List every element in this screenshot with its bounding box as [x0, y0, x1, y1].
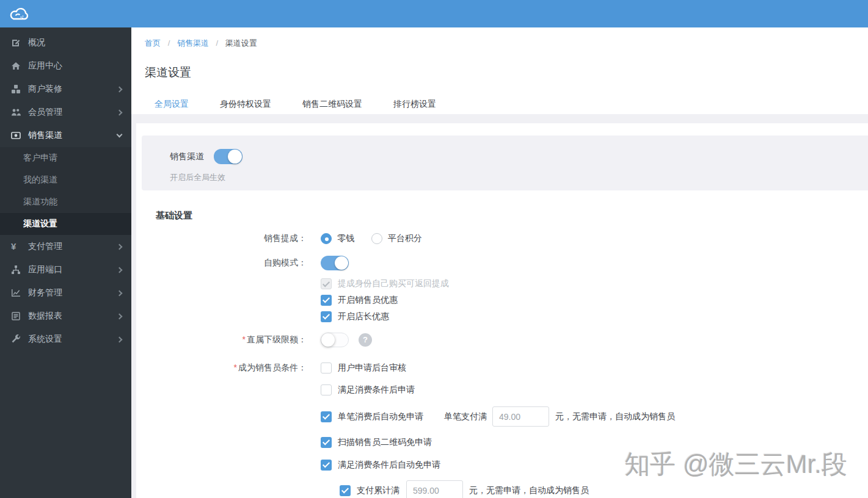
- users-icon: [11, 107, 23, 117]
- sidebar-item-app-center[interactable]: 应用中心: [0, 54, 131, 78]
- condition-row-cumulative-pay: 支付累计满 元，无需申请，自动成为销售员: [340, 480, 675, 498]
- breadcrumb-current: 渠道设置: [225, 38, 257, 48]
- sidebar-item-app-port[interactable]: 应用端口: [0, 258, 131, 281]
- commission-row: 销售提成： 零钱 平台积分: [136, 231, 868, 246]
- breadcrumb-section-link[interactable]: 销售渠道: [177, 38, 209, 48]
- sidebar-item-label: 数据报表: [28, 311, 117, 322]
- channel-toggle-panel: 销售渠道 开启后全局生效: [142, 135, 868, 190]
- chevron-right-icon: [117, 109, 123, 115]
- single-pay-label: 单笔消费后自动免申请: [338, 411, 423, 422]
- cumulative-pay-amount-input[interactable]: [406, 480, 463, 498]
- return-commission-label: 提成身份自己购买可返回提成: [338, 278, 449, 289]
- sidebar-item-label: 销售渠道: [28, 130, 117, 141]
- single-pay-suffix: 元，无需申请，自动成为销售员: [555, 411, 675, 422]
- sidebar-item-system-settings[interactable]: 系统设置: [0, 328, 131, 351]
- apply-review-checkbox[interactable]: [321, 363, 332, 374]
- commission-cash-radio[interactable]: [321, 233, 332, 244]
- settings-card: 销售渠道 开启后全局生效 基础设置 销售提成： 零钱 平台积分 自购模式：: [136, 123, 868, 498]
- breadcrumb-home-link[interactable]: 首页: [145, 38, 161, 48]
- basic-settings-title: 基础设置: [156, 210, 868, 222]
- commission-points-label: 平台积分: [388, 233, 422, 244]
- breadcrumb-separator: /: [168, 38, 170, 48]
- condition-row-scan-qrcode: 扫描销售员二维码免申请: [321, 434, 675, 450]
- content-divider-band: [131, 114, 868, 123]
- edit-icon: [11, 38, 23, 48]
- sidebar-subitem-channel-function[interactable]: 渠道功能: [0, 191, 131, 213]
- sidebar-item-label: 概况: [28, 37, 122, 48]
- cumulative-pay-checkbox[interactable]: [340, 485, 351, 496]
- condition-row-auto-free: 满足消费条件后自动免申请: [321, 457, 675, 473]
- single-pay-amount-input[interactable]: [492, 406, 549, 427]
- sidebar-subitem-channel-settings[interactable]: 渠道设置: [0, 213, 131, 235]
- sidebar-item-label: 会员管理: [28, 107, 117, 118]
- subordinate-limit-toggle[interactable]: [321, 333, 349, 347]
- sidebar-item-label: 商户装修: [28, 84, 117, 95]
- chevron-right-icon: [117, 267, 123, 273]
- manager-discount-checkbox[interactable]: [321, 311, 332, 322]
- breadcrumb-separator: /: [216, 38, 219, 48]
- required-asterisk: *: [243, 334, 246, 344]
- chevron-right-icon: [117, 336, 123, 342]
- sidebar-item-merchant-decor[interactable]: 商户装修: [0, 78, 131, 101]
- sidebar-item-finance-mgmt[interactable]: 财务管理: [0, 281, 131, 305]
- return-commission-checkbox[interactable]: [321, 278, 332, 289]
- commission-label: 销售提成：: [136, 233, 307, 244]
- consume-apply-label: 满足消费条件后申请: [338, 384, 415, 395]
- sidebar-item-payment-mgmt[interactable]: ¥ 支付管理: [0, 235, 131, 258]
- single-pay-prefix: 单笔支付满: [444, 411, 487, 422]
- top-header-bar: [0, 0, 868, 27]
- channel-toggle-helper: 开启后全局生效: [170, 172, 868, 183]
- commission-cash-label: 零钱: [337, 233, 354, 244]
- chevron-right-icon: [117, 244, 123, 250]
- wrench-icon: [11, 334, 23, 344]
- sidebar-item-overview[interactable]: 概况: [0, 31, 131, 54]
- boxes-icon: [11, 84, 23, 94]
- subitem-label: 我的渠道: [23, 175, 57, 186]
- option-row: 开启店长优惠: [136, 308, 868, 325]
- subordinate-limit-label: *直属下级限额：: [136, 334, 307, 345]
- sidebar-subitem-customer-apply[interactable]: 客户申请: [0, 147, 131, 169]
- consume-apply-checkbox[interactable]: [321, 384, 332, 395]
- chevron-right-icon: [117, 313, 123, 319]
- subitem-label: 渠道设置: [23, 218, 57, 229]
- commission-points-radio[interactable]: [371, 233, 382, 244]
- self-purchase-row: 自购模式：: [136, 255, 868, 270]
- sidebar-item-sales-channel[interactable]: 销售渠道: [0, 124, 131, 147]
- channel-master-toggle[interactable]: [214, 149, 243, 164]
- become-salesman-label: *成为销售员条件：: [136, 359, 307, 374]
- home-icon: [11, 61, 23, 71]
- breadcrumb: 首页 / 销售渠道 / 渠道设置: [131, 27, 868, 49]
- sidebar-item-label: 应用端口: [28, 264, 117, 275]
- sidebar-item-member-mgmt[interactable]: 会员管理: [0, 101, 131, 124]
- option-row: 开启销售员优惠: [136, 292, 868, 308]
- condition-row-apply-review: 用户申请后台审核: [321, 359, 675, 376]
- single-pay-checkbox[interactable]: [321, 411, 332, 422]
- salesman-discount-checkbox[interactable]: [321, 295, 332, 306]
- page-title: 渠道设置: [145, 65, 868, 81]
- subordinate-limit-row: *直属下级限额： ?: [136, 332, 868, 347]
- chart-icon: [11, 288, 23, 298]
- sidebar-item-data-report[interactable]: 数据报表: [0, 305, 131, 328]
- cumulative-pay-prefix: 支付累计满: [357, 485, 399, 496]
- auto-free-label: 满足消费条件后自动免申请: [338, 460, 440, 471]
- required-asterisk: *: [234, 363, 237, 372]
- salesman-discount-label: 开启销售员优惠: [338, 295, 398, 306]
- self-purchase-toggle[interactable]: [321, 256, 349, 270]
- help-icon[interactable]: ?: [359, 333, 372, 347]
- subitem-label: 渠道功能: [23, 197, 57, 208]
- port-icon: [11, 265, 23, 275]
- apply-review-label: 用户申请后台审核: [338, 363, 406, 374]
- scan-qrcode-checkbox[interactable]: [321, 437, 332, 448]
- report-icon: [11, 311, 23, 321]
- sidebar-item-label: 支付管理: [28, 241, 117, 252]
- self-purchase-options: 提成身份自己购买可返回提成 开启销售员优惠 开启店长优惠: [136, 275, 868, 325]
- sales-channel-submenu: 客户申请 我的渠道 渠道功能 渠道设置: [0, 147, 131, 235]
- content-left-gutter: [131, 114, 136, 498]
- sidebar-subitem-my-channel[interactable]: 我的渠道: [0, 169, 131, 191]
- cumulative-pay-suffix: 元，无需申请，自动成为销售员: [469, 485, 589, 496]
- channel-toggle-label: 销售渠道: [170, 151, 204, 162]
- sidebar-item-label: 系统设置: [28, 334, 117, 345]
- money-icon: [11, 131, 23, 140]
- auto-free-checkbox[interactable]: [321, 460, 332, 471]
- chevron-down-icon: [117, 132, 123, 138]
